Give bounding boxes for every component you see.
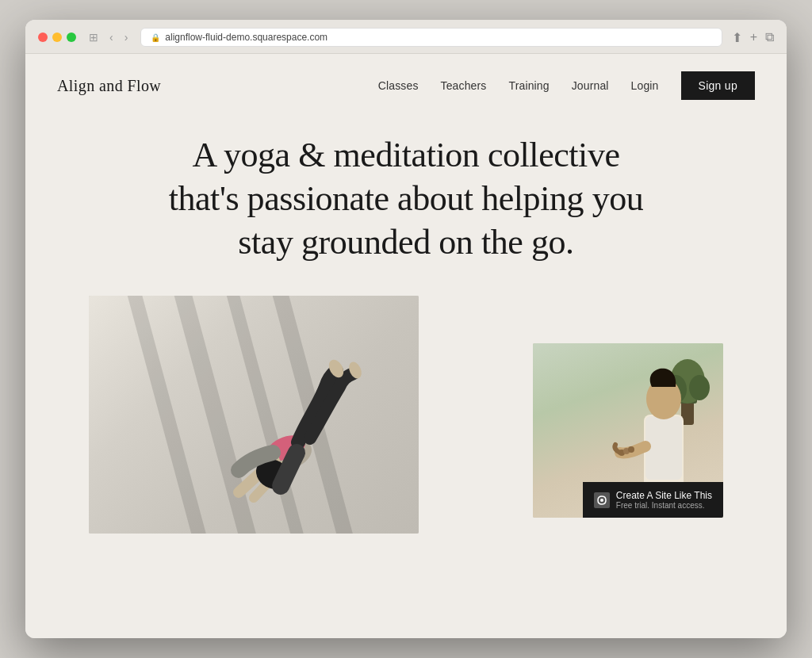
tabs-icon[interactable]: ⧉: [765, 30, 774, 45]
share-icon[interactable]: ⬆: [732, 30, 742, 45]
traffic-lights: [38, 33, 76, 42]
yoga-person-svg: [187, 312, 409, 534]
new-tab-icon[interactable]: +: [750, 30, 757, 45]
ss-badge-text: Create A Site Like This Free trial. Inst…: [616, 490, 712, 510]
meditation-image: Create A Site Like This Free trial. Inst…: [533, 343, 723, 518]
nav-login[interactable]: Login: [631, 79, 659, 92]
navbar: Align and Flow Classes Teachers Training…: [25, 54, 787, 117]
images-row: Create A Site Like This Free trial. Inst…: [57, 296, 755, 534]
nav-classes[interactable]: Classes: [378, 79, 419, 92]
lock-icon: 🔒: [151, 33, 160, 42]
website-content: Align and Flow Classes Teachers Training…: [25, 54, 787, 638]
nav-training[interactable]: Training: [508, 79, 549, 92]
hero-heading: A yoga & meditation collective that's pa…: [168, 133, 644, 264]
squarespace-logo: [594, 492, 610, 508]
url-display: alignflow-fluid-demo.squarespace.com: [165, 32, 327, 43]
squarespace-badge[interactable]: Create A Site Like This Free trial. Inst…: [583, 482, 723, 518]
svg-rect-11: [645, 416, 682, 480]
browser-chrome: ⊞ ‹ › 🔒 alignflow-fluid-demo.squarespace…: [25, 20, 787, 54]
nav-teachers[interactable]: Teachers: [441, 79, 487, 92]
browser-window: ⊞ ‹ › 🔒 alignflow-fluid-demo.squarespace…: [25, 20, 787, 638]
close-button[interactable]: [38, 33, 48, 42]
ss-badge-subtitle: Free trial. Instant access.: [616, 501, 712, 510]
yoga-image-content: [89, 296, 419, 534]
forward-button[interactable]: ›: [121, 29, 132, 45]
svg-point-15: [628, 446, 634, 453]
signup-button[interactable]: Sign up: [681, 71, 755, 100]
hero-text-block: A yoga & meditation collective that's pa…: [168, 133, 644, 264]
back-button[interactable]: ‹: [106, 29, 117, 45]
ss-icon: [596, 494, 608, 507]
svg-point-16: [600, 499, 603, 502]
browser-actions: ⬆ + ⧉: [732, 30, 774, 45]
yoga-pose-image: [89, 296, 419, 534]
minimize-button[interactable]: [52, 33, 62, 42]
nav-journal[interactable]: Journal: [572, 79, 609, 92]
browser-nav-controls: ⊞ ‹ ›: [86, 29, 131, 45]
nav-links: Classes Teachers Training Journal Login …: [378, 71, 755, 100]
address-bar[interactable]: 🔒 alignflow-fluid-demo.squarespace.com: [140, 28, 722, 47]
ss-badge-title: Create A Site Like This: [616, 490, 712, 501]
window-tile-icon[interactable]: ⊞: [86, 29, 102, 45]
site-logo[interactable]: Align and Flow: [57, 77, 161, 95]
hero-section: A yoga & meditation collective that's pa…: [25, 117, 787, 557]
maximize-button[interactable]: [67, 33, 76, 42]
